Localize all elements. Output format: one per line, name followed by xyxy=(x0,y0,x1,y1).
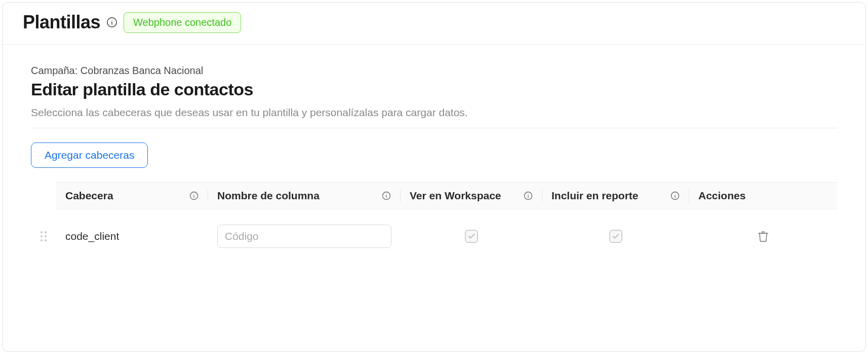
column-header-label: Cabecera xyxy=(65,190,113,202)
column-header-label: Acciones xyxy=(698,190,745,202)
add-headers-button[interactable]: Agregar cabeceras xyxy=(31,143,148,168)
content-area: Campaña: Cobranzas Banca Nacional Editar… xyxy=(3,45,865,283)
table-row: code_client xyxy=(31,209,837,263)
column-header-label: Nombre de columna xyxy=(217,190,320,202)
svg-point-11 xyxy=(528,194,528,194)
column-name-input[interactable] xyxy=(217,225,391,248)
info-icon[interactable] xyxy=(189,191,199,200)
svg-point-14 xyxy=(675,194,675,194)
workspace-checkbox[interactable] xyxy=(465,230,478,243)
info-icon[interactable] xyxy=(524,191,533,200)
column-header-label: Ver en Workspace xyxy=(410,190,501,202)
cell-workspace xyxy=(401,230,542,243)
campaign-label: Campaña: Cobranzas Banca Nacional xyxy=(31,65,837,77)
cell-reporte xyxy=(542,230,689,243)
info-icon[interactable] xyxy=(106,17,117,28)
cell-nombre xyxy=(208,225,401,248)
column-header-acciones: Acciones xyxy=(689,190,837,202)
webphone-status-badge: Webphone conectado xyxy=(124,12,241,33)
svg-point-17 xyxy=(41,235,43,237)
cell-cabecera: code_client xyxy=(56,230,208,242)
column-header-workspace: Ver en Workspace xyxy=(401,190,542,202)
svg-point-20 xyxy=(45,239,47,241)
section-subtitle: Selecciona las cabeceras que deseas usar… xyxy=(31,106,837,119)
svg-point-19 xyxy=(41,239,43,241)
headers-table: Cabecera Nombre de columna xyxy=(31,182,837,263)
header-bar: Plantillas Webphone conectado xyxy=(3,3,865,45)
svg-point-2 xyxy=(111,20,112,20)
delete-row-button[interactable] xyxy=(755,228,771,244)
page-title: Plantillas xyxy=(23,12,100,33)
info-icon[interactable] xyxy=(382,191,391,200)
svg-point-15 xyxy=(41,231,43,233)
column-header-cabecera: Cabecera xyxy=(56,190,208,202)
column-header-reporte: Incluir en reporte xyxy=(542,190,689,202)
column-header-nombre: Nombre de columna xyxy=(208,190,401,202)
reporte-checkbox[interactable] xyxy=(609,230,622,243)
svg-point-5 xyxy=(193,194,194,194)
svg-point-16 xyxy=(45,231,47,233)
section-title: Editar plantilla de contactos xyxy=(31,80,837,99)
drag-handle[interactable] xyxy=(31,230,56,243)
trash-icon xyxy=(757,230,769,242)
cell-acciones xyxy=(689,228,837,244)
svg-point-18 xyxy=(45,235,47,237)
column-header-label: Incluir en reporte xyxy=(551,190,639,202)
table-header-row: Cabecera Nombre de columna xyxy=(56,182,837,209)
divider xyxy=(31,128,837,128)
svg-point-8 xyxy=(386,194,386,194)
page-container: Plantillas Webphone conectado Campaña: C… xyxy=(2,2,866,352)
info-icon[interactable] xyxy=(670,191,680,200)
